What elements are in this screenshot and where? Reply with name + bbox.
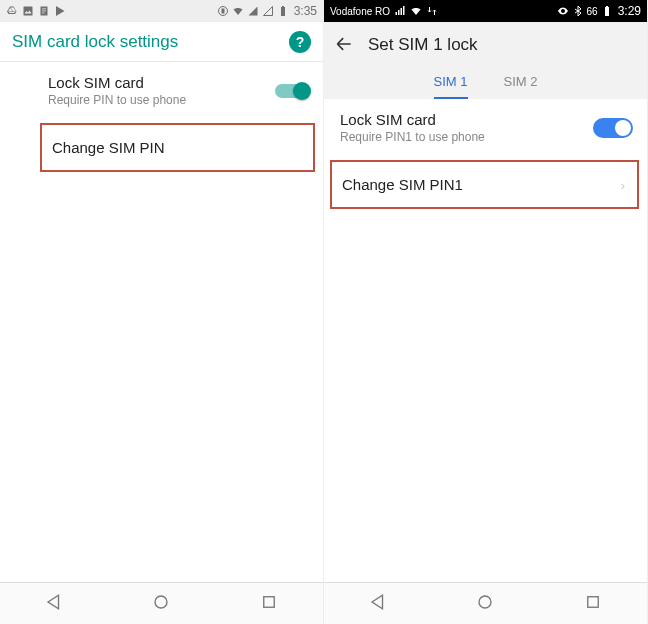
nav-recent-icon[interactable] — [584, 593, 602, 614]
lock-sim-toggle[interactable] — [593, 118, 633, 138]
change-pin-row[interactable]: Change SIM PIN1 › — [330, 160, 639, 209]
svg-rect-8 — [281, 7, 285, 16]
svg-rect-2 — [42, 9, 46, 10]
statusbar-left: 3:35 — [0, 0, 323, 22]
svg-rect-11 — [264, 597, 275, 608]
wifi-icon — [232, 5, 244, 17]
clock-text: 3:29 — [618, 4, 641, 18]
drive-icon — [6, 5, 18, 17]
lock-sim-subtitle: Require PIN to use phone — [48, 93, 307, 107]
svg-rect-9 — [282, 6, 284, 7]
lock-sim-title: Lock SIM card — [340, 111, 631, 128]
lock-sim-subtitle: Require PIN1 to use phone — [340, 130, 631, 144]
bluetooth-icon — [572, 5, 584, 17]
page-title: Set SIM 1 lock — [368, 35, 478, 55]
content-right: Lock SIM card Require PIN1 to use phone … — [324, 99, 647, 582]
svg-rect-19 — [588, 597, 599, 608]
change-pin-row[interactable]: Change SIM PIN — [40, 123, 315, 172]
svg-rect-6 — [221, 9, 224, 14]
data-icon — [426, 5, 438, 17]
sim-tabs: SIM 1 SIM 2 — [324, 68, 647, 99]
lock-sim-toggle[interactable] — [275, 84, 309, 98]
document-icon — [38, 5, 50, 17]
svg-rect-14 — [401, 8, 403, 15]
svg-rect-16 — [605, 7, 609, 16]
carrier-text: Vodafone RO — [330, 6, 390, 17]
svg-point-18 — [479, 596, 491, 608]
battery-icon — [277, 5, 289, 17]
battery-icon — [601, 5, 613, 17]
app-header-left: SIM card lock settings ? — [0, 22, 323, 62]
svg-rect-4 — [42, 13, 45, 14]
nav-recent-icon[interactable] — [260, 593, 278, 614]
svg-rect-17 — [606, 6, 608, 7]
svg-rect-15 — [403, 6, 405, 15]
tab-sim2[interactable]: SIM 2 — [504, 68, 538, 99]
play-icon — [54, 5, 66, 17]
svg-point-10 — [155, 596, 167, 608]
svg-rect-3 — [42, 11, 46, 12]
wifi-icon — [410, 5, 422, 17]
lock-sim-row[interactable]: Lock SIM card Require PIN1 to use phone — [324, 99, 647, 156]
signal-icon — [247, 5, 259, 17]
app-header-right: Set SIM 1 lock SIM 1 SIM 2 — [324, 22, 647, 99]
phone-right: Vodafone RO 66 3:29 Set SIM 1 lock SIM 1… — [324, 0, 648, 624]
rotation-icon — [217, 5, 229, 17]
no-sim-icon — [262, 5, 274, 17]
clock-text: 3:35 — [294, 4, 317, 18]
nav-back-icon[interactable] — [369, 593, 387, 614]
nav-home-icon[interactable] — [152, 593, 170, 614]
svg-rect-13 — [398, 10, 400, 15]
battery-text: 66 — [587, 6, 598, 17]
navbar-right — [324, 582, 647, 624]
signal-icon — [394, 5, 406, 17]
back-icon[interactable] — [334, 34, 354, 57]
nav-back-icon[interactable] — [45, 593, 63, 614]
lock-sim-title: Lock SIM card — [48, 74, 307, 91]
picture-icon — [22, 5, 34, 17]
change-pin-title: Change SIM PIN — [52, 139, 303, 156]
content-left: Lock SIM card Require PIN to use phone C… — [0, 62, 323, 582]
chevron-right-icon: › — [621, 177, 625, 192]
nav-home-icon[interactable] — [476, 593, 494, 614]
svg-rect-0 — [24, 7, 33, 16]
statusbar-right: Vodafone RO 66 3:29 — [324, 0, 647, 22]
svg-line-7 — [264, 7, 272, 15]
change-pin-title: Change SIM PIN1 — [342, 176, 627, 193]
lock-sim-row[interactable]: Lock SIM card Require PIN to use phone — [0, 62, 323, 119]
svg-rect-12 — [396, 12, 398, 15]
eye-icon — [557, 5, 569, 17]
help-icon[interactable]: ? — [289, 31, 311, 53]
navbar-left — [0, 582, 323, 624]
phone-left: 3:35 SIM card lock settings ? Lock SIM c… — [0, 0, 324, 624]
page-title: SIM card lock settings — [12, 32, 289, 52]
tab-sim1[interactable]: SIM 1 — [434, 68, 468, 99]
